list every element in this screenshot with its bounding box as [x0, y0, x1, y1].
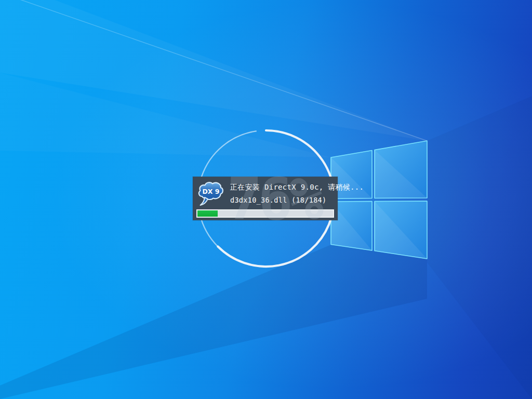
install-progress-bar [196, 209, 334, 218]
windows-install-screen: DX 9 正在安装 DirectX 9.0c, 请稍候... d3dx10_36… [0, 0, 532, 399]
install-status-line1: 正在安装 DirectX 9.0c, 请稍候... [230, 181, 336, 194]
directx-install-dialog: DX 9 正在安装 DirectX 9.0c, 请稍候... d3dx10_36… [193, 177, 338, 220]
install-current-file: d3dx10_36.dll (18/184) [230, 194, 336, 207]
directx9-icon: DX 9 [197, 180, 225, 207]
progress-fill [197, 210, 218, 217]
directx9-icon-label: DX 9 [202, 188, 219, 195]
install-status-text: 正在安装 DirectX 9.0c, 请稍候... d3dx10_36.dll … [230, 181, 336, 207]
windows-logo [331, 141, 427, 259]
